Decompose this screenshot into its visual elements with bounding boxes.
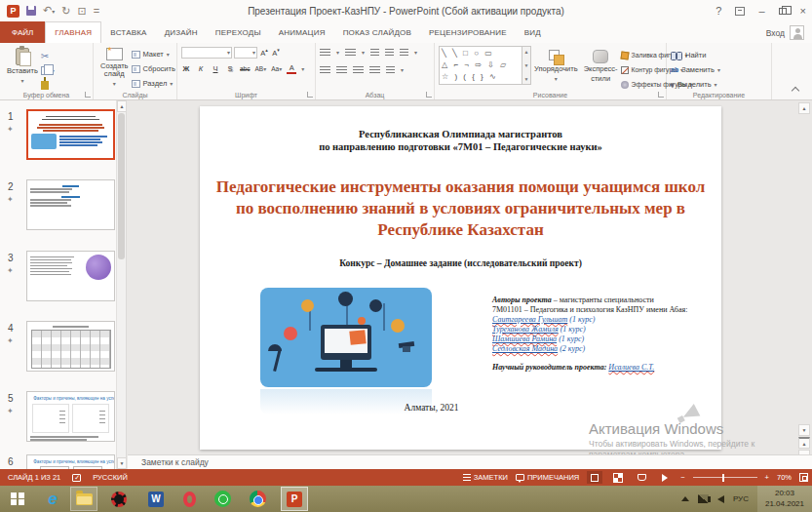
paste-button[interactable]: Вставить ▾ (4, 46, 41, 87)
bullets-icon[interactable] (320, 49, 330, 57)
slide-sorter-view-button[interactable] (610, 471, 626, 484)
change-case-button[interactable]: Аа▾ (271, 65, 282, 72)
find-button[interactable]: Найти (671, 49, 720, 61)
tab-design[interactable]: ДИЗАЙН (156, 21, 207, 43)
slide-thumbnail-4[interactable] (26, 321, 115, 372)
zoom-out-button[interactable]: − (680, 473, 684, 482)
font-dialog-launcher[interactable] (307, 92, 313, 98)
normal-view-button[interactable] (587, 471, 602, 484)
tab-home[interactable]: ГЛАВНАЯ (45, 21, 101, 43)
language-indicator[interactable]: РУССКИЙ (93, 473, 128, 482)
scroll-up-icon[interactable]: ▲ (798, 102, 810, 114)
zoom-level[interactable]: 70% (777, 473, 792, 482)
author-link[interactable]: Седловская Мадина (2 курс) (492, 344, 715, 354)
grow-font-button[interactable]: А▴ (259, 47, 269, 58)
tray-language[interactable]: РУС (733, 494, 749, 503)
arrange-button[interactable]: Упорядочить ▾ (531, 46, 581, 85)
align-center-icon[interactable] (336, 66, 347, 74)
indent-icon[interactable] (385, 49, 394, 57)
underline-button[interactable]: Ч (211, 64, 220, 73)
taskbar-opera[interactable] (175, 487, 203, 511)
main-scrollbar[interactable]: ▲ ▼ ▲ ▼ (798, 102, 810, 452)
ribbon-options-icon[interactable] (735, 7, 745, 16)
align-left-icon[interactable] (320, 66, 330, 74)
scroll-up-icon[interactable]: ▲ (117, 100, 127, 112)
supervisor-link[interactable]: Исалиева С.Т. (608, 363, 654, 372)
tab-file[interactable]: ФАЙЛ (0, 21, 45, 43)
education-illustration[interactable] (260, 288, 432, 387)
taskbar-word[interactable]: W (142, 487, 170, 511)
taskbar-whatsapp[interactable] (209, 487, 236, 511)
font-name-combo[interactable] (181, 47, 232, 59)
scroll-down-icon[interactable]: ▼ (798, 424, 810, 436)
strikethrough-button[interactable]: abc (240, 65, 250, 72)
taskbar-powerpoint[interactable]: P (281, 487, 308, 511)
line-spacing-icon[interactable] (400, 49, 408, 57)
notes-pane[interactable]: Заметки к слайду (128, 454, 812, 469)
taskbar-chrome[interactable] (244, 487, 271, 511)
authors-textbox[interactable]: Авторы проекта – магистранты специальнос… (492, 295, 715, 373)
restore-icon[interactable] (779, 8, 787, 15)
spell-check-icon[interactable] (72, 474, 81, 482)
reading-view-button[interactable] (634, 471, 649, 484)
font-color-button[interactable]: А (287, 63, 296, 74)
shapes-gallery-scroll[interactable]: ▲▼▼ (522, 46, 531, 85)
sign-in-button[interactable]: Вход (766, 25, 804, 40)
paragraph-dialog-launcher[interactable] (426, 92, 432, 98)
shapes-gallery[interactable]: ╲ ╲ □ ○ ▭ △ ⌐ ¬ ⇨ ⇩ ▱ ☆ ) ( { } ∿ ▲▼▼ (439, 46, 531, 85)
slide-header-textbox[interactable]: Республиканская Олимпиада магистрантов п… (219, 128, 702, 153)
slide-counter[interactable]: СЛАЙД 1 ИЗ 21 (8, 473, 60, 482)
author-link[interactable]: Саитгареева Гульшат (1 курс) (492, 315, 715, 325)
comments-toggle-button[interactable]: ПРИМЕЧАНИЯ (516, 473, 579, 482)
scroll-down-icon[interactable]: ▼ (117, 457, 127, 469)
reset-button[interactable]: Сбросить (132, 62, 175, 75)
tab-view[interactable]: ВИД (516, 21, 550, 43)
shrink-font-button[interactable]: А▾ (271, 47, 281, 58)
tab-transitions[interactable]: ПЕРЕХОДЫ (207, 21, 270, 43)
previous-slide-icon[interactable]: ▲ (798, 437, 810, 449)
slide-thumbnail-1[interactable] (26, 109, 115, 160)
slide-thumbnail-2[interactable] (26, 179, 115, 230)
italic-button[interactable]: К (196, 64, 206, 73)
clipboard-dialog-launcher[interactable] (85, 92, 91, 98)
slide-canvas[interactable]: Республиканская Олимпиада магистрантов п… (200, 106, 721, 450)
zoom-in-button[interactable]: + (765, 473, 769, 482)
thumbnail-scrollbar[interactable]: ▲ ▼ (116, 100, 126, 469)
qat-customize-icon[interactable]: = (94, 6, 99, 17)
justify-icon[interactable] (369, 66, 380, 74)
slide-title-textbox[interactable]: Педагогические инструменты оказания помо… (215, 177, 706, 241)
slide-footer-textbox[interactable]: Алматы, 2021 (200, 403, 663, 413)
text-shadow-button[interactable]: S (225, 64, 235, 73)
align-right-icon[interactable] (353, 66, 364, 74)
columns-icon[interactable] (386, 66, 395, 74)
outdent-icon[interactable] (370, 49, 379, 57)
start-slideshow-icon[interactable]: ⊡ (77, 6, 86, 17)
drawing-dialog-launcher[interactable] (658, 92, 664, 98)
author-link[interactable]: Туреханова Жамиля (1 курс) (492, 325, 715, 335)
character-spacing-button[interactable]: АВ▾ (254, 65, 266, 72)
minimize-icon[interactable]: – (758, 5, 764, 17)
format-painter-button[interactable] (41, 79, 55, 92)
fit-slide-to-window-icon[interactable] (799, 473, 808, 482)
tab-slideshow[interactable]: ПОКАЗ СЛАЙДОВ (334, 21, 420, 43)
notes-toggle-button[interactable]: ЗАМЕТКИ (463, 473, 508, 482)
slide-thumbnail-6[interactable]: Факторы и причины, влияющие на успеваемо… (26, 454, 115, 469)
author-link[interactable]: Шамшиева Рамина (1 курс) (492, 335, 715, 344)
quick-styles-button[interactable]: Экспресс- стили (581, 46, 621, 85)
start-button[interactable] (4, 487, 31, 511)
close-icon[interactable]: × (800, 5, 806, 17)
replace-button[interactable]: abЗаменить▾ (671, 63, 720, 76)
taskbar-internet-explorer[interactable]: e (39, 487, 66, 511)
copy-button[interactable]: ▾ (41, 64, 55, 77)
slideshow-view-button[interactable] (657, 471, 673, 484)
scrollbar-thumb[interactable] (118, 113, 125, 259)
tab-review[interactable]: РЕЦЕНЗИРОВАНИЕ (420, 21, 516, 43)
zoom-slider-thumb[interactable] (722, 474, 725, 482)
layout-button[interactable]: Макет▾ (132, 48, 175, 60)
tray-expand-icon[interactable] (681, 496, 689, 501)
slide-subtitle-textbox[interactable]: Конкурс – Домашнее задание (исследовател… (219, 258, 702, 268)
undo-icon[interactable]: ↶▾ (43, 5, 55, 18)
font-size-combo[interactable] (234, 47, 257, 59)
tab-insert[interactable]: ВСТАВКА (101, 21, 155, 43)
section-button[interactable]: Раздел▾ (132, 77, 175, 90)
